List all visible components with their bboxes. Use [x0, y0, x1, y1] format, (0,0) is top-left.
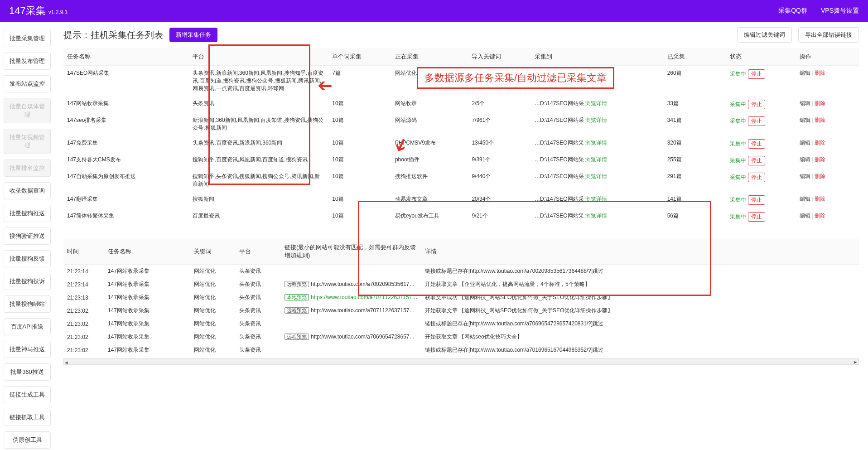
log-name: 147网站收录采集 [104, 330, 190, 344]
sidebar-item-16[interactable]: 链接抓取工具 [4, 409, 51, 426]
stop-button[interactable]: 停止 [748, 212, 765, 222]
log-link [281, 344, 421, 357]
scroll-right-icon[interactable]: ▸ [852, 359, 858, 364]
col-collected: 已采集 [664, 48, 727, 66]
edit-link[interactable]: 编辑 [800, 70, 810, 76]
sidebar-item-2[interactable]: 发布站点监控 [4, 75, 51, 92]
log-platform: 头条资讯 [236, 304, 281, 317]
task-perword: 10篇 [328, 96, 391, 113]
log-platform: 头条资讯 [236, 265, 281, 278]
browse-detail-link[interactable]: 浏览详情 [585, 173, 607, 179]
task-collectto: …D:\147SEO网站采 浏览详情 [531, 135, 664, 152]
edit-filter-button[interactable]: 编辑过滤关键词 [737, 27, 792, 43]
stop-button[interactable]: 停止 [748, 156, 765, 165]
stop-button[interactable]: 停止 [748, 139, 765, 149]
task-collecting: pboot插件 [391, 152, 468, 169]
sidebar-item-12[interactable]: 百度API推送 [4, 318, 51, 335]
edit-link[interactable]: 编辑 [800, 100, 810, 106]
scroll-left-icon[interactable]: ◂ [65, 359, 68, 366]
stop-button[interactable]: 停止 [748, 173, 765, 182]
task-importkw: 7/961个 [468, 113, 531, 135]
edit-link[interactable]: 编辑 [800, 156, 810, 163]
task-perword: 10篇 [328, 208, 391, 225]
sidebar-item-14[interactable]: 批量360推送 [4, 363, 51, 381]
sidebar-item-13[interactable]: 批量神马推送 [4, 341, 51, 358]
browse-detail-link[interactable]: 浏览详情 [585, 196, 607, 202]
edit-link[interactable]: 编辑 [800, 196, 810, 202]
qq-group-link[interactable]: 采集QQ群 [778, 7, 807, 15]
delete-link[interactable]: 删除 [815, 213, 825, 219]
log-name: 147网站收录采集 [104, 278, 190, 291]
sidebar-item-11[interactable]: 批量搜狗绑站 [4, 295, 51, 313]
task-name: 147支持各大CMS发布 [63, 152, 189, 169]
delete-link[interactable]: 删除 [815, 196, 825, 202]
sidebar-item-10[interactable]: 批量搜狗投诉 [4, 273, 51, 290]
task-collected: 33篇 [664, 96, 727, 113]
sidebar-item-8[interactable]: 搜狗验证推送 [4, 227, 51, 245]
sidebar-item-7[interactable]: 批量搜狗推送 [4, 205, 51, 222]
edit-link[interactable]: 编辑 [800, 117, 810, 123]
task-importkw: 2/5个 [468, 96, 531, 113]
edit-link[interactable]: 编辑 [800, 140, 810, 146]
add-task-button[interactable]: 新增采集任务 [169, 28, 217, 42]
log-keyword: 网站优化 [190, 317, 236, 330]
log-col-name: 任务名称 [104, 239, 190, 265]
vps-settings-link[interactable]: VPS拨号设置 [821, 7, 859, 15]
stop-button[interactable]: 停止 [748, 100, 765, 109]
browse-detail-link[interactable]: 浏览详情 [585, 140, 607, 146]
task-collectto: …D:\147SEO网站采 浏览详情 [531, 113, 664, 135]
sidebar-item-6[interactable]: 收录数据查询 [4, 182, 51, 199]
stop-button[interactable]: 停止 [748, 69, 765, 79]
sidebar-item-1[interactable]: 批量发布管理 [4, 53, 51, 70]
sidebar-item-17[interactable]: 伪原创工具 [4, 431, 51, 449]
sidebar: 批量采集管理批量发布管理发布站点监控批量自媒体管理批量短视频管理批量排名监控收录… [0, 22, 54, 450]
stop-button[interactable]: 停止 [748, 195, 765, 205]
task-actions: 编辑|删除 [796, 169, 859, 192]
col-collectto: 采集到 [531, 48, 664, 66]
remote-preview-tag[interactable]: 远程预览 [285, 307, 309, 314]
delete-link[interactable]: 删除 [815, 117, 825, 123]
browse-detail-link[interactable]: 浏览详情 [585, 156, 607, 163]
edit-link[interactable]: 编辑 [800, 173, 810, 179]
log-name: 147网站收录采集 [104, 291, 190, 304]
log-row: 21:23:02:147网站收录采集网站优化头条资讯链接或标题已存在[http:… [63, 344, 859, 357]
log-time: 21:23:02: [63, 304, 104, 317]
log-time: 21:23:02: [63, 317, 104, 330]
task-row: 147支持各大CMS发布搜狗知乎,百度资讯,凤凰新闻,百度知道,搜狗资讯10篇p… [63, 152, 859, 169]
sidebar-item-3: 批量自媒体管理 [4, 98, 51, 123]
task-actions: 编辑|删除 [796, 66, 859, 97]
delete-link[interactable]: 删除 [815, 100, 825, 106]
sidebar-item-0[interactable]: 批量采集管理 [4, 30, 51, 47]
remote-preview-tag[interactable]: 远程预览 [285, 281, 309, 287]
task-name: 147免费采集 [63, 135, 189, 152]
edit-link[interactable]: 编辑 [800, 213, 810, 219]
task-collecting: 易优eyou发布工具 [391, 208, 468, 225]
stop-button[interactable]: 停止 [748, 116, 765, 126]
delete-link[interactable]: 删除 [815, 156, 825, 163]
delete-link[interactable]: 删除 [815, 173, 825, 179]
horizontal-scrollbar[interactable]: ◂ ▸ [63, 358, 859, 365]
task-name: 147自动采集为原创发布推送 [63, 169, 189, 192]
sidebar-item-15[interactable]: 链接生成工具 [4, 386, 51, 403]
task-collecting: 搜狗推送软件 [391, 169, 468, 192]
remote-preview-tag[interactable]: 远程预览 [285, 334, 309, 340]
export-errors-button[interactable]: 导出全部错误链接 [798, 27, 859, 43]
log-keyword: 网站优化 [190, 278, 236, 291]
log-col-detail: 详情 [421, 239, 859, 265]
log-url[interactable]: http://www.toutiao.com/a7002098535617364… [311, 281, 421, 287]
log-platform: 头条资讯 [236, 330, 281, 344]
delete-link[interactable]: 删除 [815, 140, 825, 146]
task-status: 采集中停止 [726, 152, 796, 169]
log-url[interactable]: https://www.toutiao.com/a707112263715771… [311, 294, 421, 300]
log-time: 21:23:14: [63, 278, 104, 291]
browse-detail-link[interactable]: 浏览详情 [585, 100, 607, 106]
browse-detail-link[interactable]: 浏览详情 [585, 117, 607, 123]
log-col-platform: 平台 [236, 239, 281, 265]
sidebar-item-9[interactable]: 批量搜狗反馈 [4, 250, 51, 267]
local-preview-tag[interactable]: 本地预览 [285, 294, 309, 300]
browse-detail-link[interactable]: 浏览详情 [585, 213, 607, 219]
log-url[interactable]: http://www.toutiao.com/a7069654728657420… [311, 334, 421, 340]
task-platform: 搜狗知乎,百度资讯,凤凰新闻,百度知道,搜狗资讯 [189, 152, 328, 169]
delete-link[interactable]: 删除 [815, 70, 825, 76]
log-url[interactable]: http://www.toutiao.com/a7071122637157712… [311, 307, 421, 314]
